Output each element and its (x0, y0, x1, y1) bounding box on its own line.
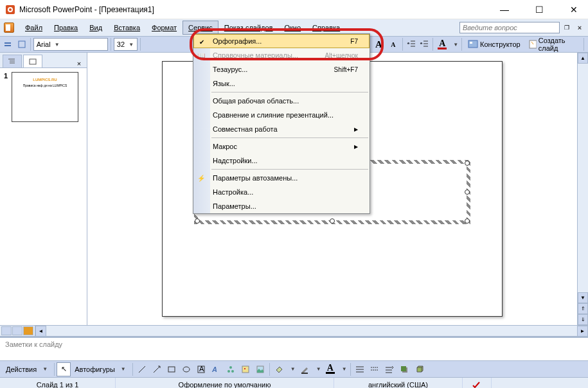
thumb-number: 1 (4, 72, 12, 321)
fill-color-arrow[interactable]: ▼ (289, 366, 297, 372)
clipart-icon[interactable] (238, 362, 253, 376)
doc-restore-button[interactable]: ❐ (560, 21, 574, 35)
prev-slide-button[interactable]: ⇑ (578, 303, 588, 314)
line-icon[interactable] (135, 362, 149, 376)
menu-spelling[interactable]: ✔ Орфография...F7 (193, 34, 370, 48)
scroll-right-button[interactable]: ► (577, 326, 588, 337)
next-slide-button[interactable]: ⇓ (578, 314, 588, 325)
diagram-icon[interactable] (224, 362, 238, 376)
thumb-title: LUMPICS.RU (15, 78, 75, 82)
slideshow-view-button[interactable] (23, 326, 33, 335)
drawing-toolbar: Действия▼ ↖ Автофигуры▼ A A ▼ ▼ A▼ (0, 360, 588, 377)
menu-edit[interactable]: Правка (48, 21, 84, 35)
svg-rect-9 (468, 40, 477, 48)
menu-slideshow[interactable]: Показ слайдов (218, 21, 279, 35)
status-design: Оформление по умолчанию (116, 378, 334, 388)
fill-color-icon[interactable] (272, 362, 286, 376)
outline-pane: × 1 LUMPICS.RU Прависа неф ди на LUMPICS (0, 53, 87, 325)
font-size-combo[interactable]: 32▼ (114, 38, 138, 51)
close-button[interactable]: ✕ (565, 4, 583, 15)
svg-rect-26 (401, 366, 406, 371)
increase-indent-icon[interactable] (418, 37, 430, 51)
scroll-down-button[interactable]: ▼ (578, 292, 588, 303)
arrow-style-icon[interactable] (382, 362, 396, 376)
resize-handle[interactable] (330, 218, 335, 224)
resize-handle[interactable] (465, 190, 470, 195)
dash-style-icon[interactable] (368, 362, 382, 376)
menu-tools[interactable]: Сервис (183, 21, 218, 35)
outline-close-button[interactable]: × (74, 60, 84, 67)
outline-tab-outline[interactable] (3, 55, 22, 67)
font-name-combo[interactable]: Arial▼ (33, 38, 108, 51)
draw-actions-menu[interactable]: Действия▼ (3, 362, 52, 376)
resize-handle[interactable] (195, 218, 200, 224)
wordart-icon[interactable]: A (209, 362, 223, 376)
new-slide-button[interactable]: Создать слайд (525, 37, 582, 51)
scroll-up-button[interactable]: ▲ (578, 53, 588, 64)
font-color-draw-icon[interactable]: A (323, 362, 337, 376)
line-style-icon[interactable] (353, 362, 367, 376)
menu-addins[interactable]: Надстройки... (193, 154, 370, 168)
outline-collapse-icon[interactable] (15, 37, 27, 51)
svg-point-18 (229, 366, 232, 369)
textbox-icon[interactable]: A (194, 362, 208, 376)
scroll-left-button[interactable]: ◄ (35, 326, 46, 337)
decrease-indent-icon[interactable] (405, 37, 417, 51)
menu-shared-workspace[interactable]: Общая рабочая область... (193, 94, 370, 108)
outline-expand-icon[interactable] (3, 37, 14, 51)
menu-language[interactable]: Язык... (193, 76, 370, 91)
increase-font-icon[interactable]: A (372, 37, 386, 51)
svg-point-14 (183, 367, 190, 372)
line-color-arrow[interactable]: ▼ (315, 366, 323, 372)
menu-help[interactable]: Справка (307, 21, 346, 35)
sorter-view-button[interactable] (12, 326, 22, 335)
resize-handle[interactable] (465, 218, 470, 224)
menu-collaboration[interactable]: Совместная работа▶ (193, 122, 370, 136)
notes-pane[interactable]: Заметки к слайду (0, 336, 588, 360)
system-menu-icon[interactable] (4, 22, 14, 33)
doc-close-button[interactable]: × (575, 24, 584, 31)
line-color-icon[interactable] (298, 362, 312, 376)
menu-format[interactable]: Формат (146, 21, 183, 35)
designer-button[interactable]: Конструктор (465, 37, 524, 51)
decrease-font-icon[interactable]: A (387, 37, 400, 51)
menu-autocorrect[interactable]: ⚡ Параметры автозамены... (193, 171, 370, 185)
autoshapes-menu[interactable]: Автофигуры▼ (71, 362, 130, 376)
svg-rect-10 (470, 42, 472, 44)
shadow-style-icon[interactable] (397, 362, 411, 376)
oval-icon[interactable] (179, 362, 193, 376)
menu-thesaurus[interactable]: Тезаурус...Shift+F7 (193, 62, 370, 76)
maximize-button[interactable]: ☐ (530, 4, 548, 15)
window-title: Microsoft PowerPoint - [Презентация1] (19, 5, 495, 14)
help-question-input[interactable] (459, 22, 560, 33)
h-scroll-track[interactable] (46, 326, 577, 336)
app-icon (5, 4, 15, 15)
menu-macro[interactable]: Макрос▶ (193, 139, 370, 154)
menu-window[interactable]: Окно (279, 21, 307, 35)
status-language[interactable]: английский (США) (334, 378, 463, 388)
slide-thumbnail[interactable]: LUMPICS.RU Прависа неф ди на LUMPICS (12, 72, 78, 122)
select-objects-icon[interactable]: ↖ (57, 362, 71, 376)
font-color-button[interactable]: A (436, 37, 449, 51)
status-slide: Слайд 1 из 1 (0, 378, 116, 388)
menu-view[interactable]: Вид (84, 21, 108, 35)
menu-file[interactable]: Файл (19, 21, 48, 35)
resize-handle[interactable] (465, 161, 470, 166)
menu-insert[interactable]: Вставка (108, 21, 146, 35)
rectangle-icon[interactable] (165, 362, 179, 376)
normal-view-button[interactable] (1, 326, 12, 335)
menu-compare-merge[interactable]: Сравнение и слияние презентаций... (193, 108, 370, 122)
svg-point-2 (9, 8, 12, 11)
outline-tab-slides[interactable] (23, 55, 42, 67)
minimize-button[interactable]: — (495, 4, 513, 15)
vertical-scrollbar[interactable]: ▲ ▼ ⇑ ⇓ (577, 53, 588, 325)
font-color-arrow[interactable]: ▼ (452, 42, 459, 48)
status-spelling-icon[interactable] (463, 378, 492, 388)
menu-customize[interactable]: Настройка... (193, 185, 370, 199)
font-color-draw-arrow[interactable]: ▼ (341, 366, 348, 372)
3d-style-icon[interactable] (412, 362, 426, 376)
arrow-icon[interactable] (150, 362, 164, 376)
thumb-body: Прависа неф ди на LUMPICS (15, 84, 75, 88)
insert-picture-icon[interactable] (253, 362, 267, 376)
menu-options[interactable]: Параметры... (193, 199, 370, 213)
